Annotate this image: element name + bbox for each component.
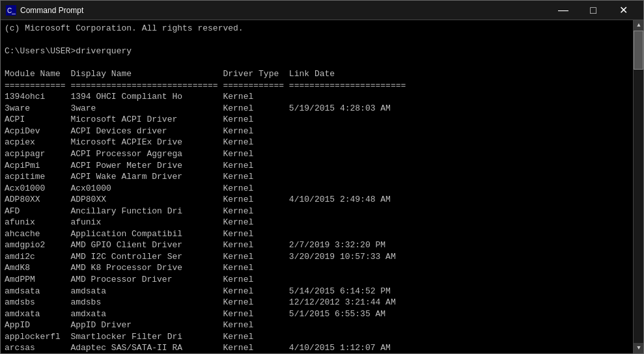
terminal-output[interactable]: (c) Microsoft Corporation. All rights re… <box>1 20 633 353</box>
svg-text:C_: C_ <box>7 7 16 14</box>
scroll-down-button[interactable]: ▼ <box>634 343 643 353</box>
cmd-window: C_ Command Prompt — □ ✕ (c) Microsoft Co… <box>0 0 644 354</box>
title-bar: C_ Command Prompt — □ ✕ <box>1 1 643 20</box>
scrollbar-thumb[interactable] <box>634 31 643 70</box>
cmd-icon: C_ <box>6 5 16 16</box>
content-area: (c) Microsoft Corporation. All rights re… <box>1 20 643 353</box>
scrollbar-track[interactable] <box>634 31 643 343</box>
close-button[interactable]: ✕ <box>608 1 638 20</box>
maximize-button[interactable]: □ <box>578 1 608 20</box>
window-title: Command Prompt <box>20 6 548 15</box>
minimize-button[interactable]: — <box>548 1 578 20</box>
scroll-up-button[interactable]: ▲ <box>634 20 643 31</box>
scrollbar[interactable]: ▲ ▼ <box>633 20 643 353</box>
window-controls: — □ ✕ <box>548 1 638 20</box>
